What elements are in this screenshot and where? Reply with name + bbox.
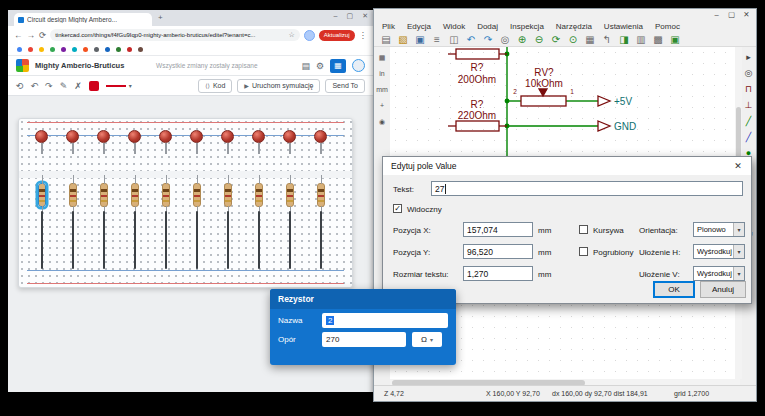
fav-dot[interactable]	[39, 47, 44, 52]
led[interactable]	[97, 130, 110, 143]
unit-select[interactable]: Ω ▾	[412, 332, 442, 347]
fav-dot[interactable]	[105, 47, 110, 52]
breadboard-resistor[interactable]	[38, 183, 46, 207]
component-lead[interactable]	[103, 211, 105, 269]
pos-y-input[interactable]: 96,520	[463, 244, 533, 259]
fav-dot[interactable]	[17, 47, 22, 52]
print-icon[interactable]: ≡	[429, 33, 445, 46]
browser-tab[interactable]: Circuit design Mighty Ambero...	[14, 13, 152, 26]
fav-dot[interactable]	[61, 47, 66, 52]
menu-item-narzędzia[interactable]: Narzędzia	[550, 22, 598, 31]
power-gnd-label[interactable]: GND	[614, 121, 636, 132]
zoom-redraw-icon[interactable]: ⟳	[548, 33, 564, 46]
fav-dot[interactable]	[28, 47, 33, 52]
fav-dot[interactable]	[72, 47, 77, 52]
simulate-button[interactable]: ▶ Uruchom symulację	[237, 79, 320, 93]
component-lead[interactable]	[41, 211, 43, 269]
url-field[interactable]: tinkercad.com/things/f4fGu9Iqp0-mighty-a…	[50, 29, 300, 41]
hidden-pins-icon[interactable]: ◉	[375, 115, 390, 128]
resistor-r2-symbol[interactable]	[448, 121, 507, 131]
minimize-button[interactable]: –	[709, 10, 724, 19]
netlist-icon[interactable]: ▥	[633, 33, 649, 46]
schematic-wires[interactable]	[505, 47, 598, 171]
power-5v-label[interactable]: +5V	[614, 96, 632, 107]
close-button[interactable]: ✕	[362, 12, 368, 20]
component-lead[interactable]	[320, 211, 322, 269]
apps-button[interactable]: ▦	[330, 59, 346, 73]
component-lead[interactable]	[72, 211, 74, 269]
grid-toggle-icon[interactable]: ▦	[375, 51, 390, 64]
cancel-button[interactable]: Anuluj	[700, 281, 746, 298]
save-icon[interactable]: ▣	[412, 33, 428, 46]
led[interactable]	[159, 130, 172, 143]
profile-avatar[interactable]	[304, 30, 315, 41]
undo-icon[interactable]: ↶	[463, 33, 479, 46]
visible-checkbox[interactable]: ✓	[393, 204, 402, 213]
send-to-button[interactable]: Send To	[325, 79, 365, 93]
run-pcbnew-icon[interactable]: ▣	[667, 33, 683, 46]
led[interactable]	[35, 130, 48, 143]
wire-tool-icon[interactable]: ╱	[741, 115, 756, 128]
gallery-icon[interactable]: ▤	[301, 61, 310, 71]
place-power-icon[interactable]: ⊥	[741, 99, 756, 112]
resistor-r1-symbol[interactable]	[448, 49, 507, 59]
r2-reference[interactable]: R?	[471, 99, 484, 110]
zoom-out-icon[interactable]: ⊖	[531, 33, 547, 46]
browser-menu-icon[interactable]: ⋮	[359, 30, 368, 40]
fav-dot[interactable]	[127, 47, 132, 52]
minimize-button[interactable]: –	[334, 12, 338, 20]
ok-button[interactable]: OK	[653, 281, 695, 298]
breadboard-resistor[interactable]	[255, 183, 263, 207]
r1-reference[interactable]: R?	[471, 62, 484, 73]
leave-sheet-icon[interactable]: ↰	[599, 33, 615, 46]
select-tool-icon[interactable]: ▸	[741, 51, 756, 64]
fav-dot[interactable]	[116, 47, 121, 52]
menu-item-plik[interactable]: Plik	[376, 22, 401, 31]
maximize-button[interactable]: ▢	[347, 12, 354, 20]
breadboard-resistor[interactable]	[286, 183, 294, 207]
breadboard-resistor[interactable]	[131, 183, 139, 207]
breadboard-resistor[interactable]	[193, 183, 201, 207]
component-lead[interactable]	[258, 211, 260, 269]
menu-item-widok[interactable]: Widok	[437, 22, 471, 31]
led[interactable]	[190, 130, 203, 143]
led[interactable]	[66, 130, 79, 143]
breadboard-resistor[interactable]	[162, 183, 170, 207]
units-mm-icon[interactable]: mm	[375, 83, 390, 96]
menu-item-inspekcja[interactable]: Inspekcja	[504, 22, 550, 31]
dialog-close-icon[interactable]: ✕	[725, 157, 751, 175]
bold-checkbox[interactable]	[579, 247, 588, 256]
new-schematic-icon[interactable]: ▤	[378, 33, 394, 46]
fav-dot[interactable]	[50, 47, 55, 52]
close-button[interactable]: ✕	[739, 10, 754, 19]
component-lead[interactable]	[134, 211, 136, 269]
place-symbol-icon[interactable]: ⊓	[741, 83, 756, 96]
forward-icon[interactable]: →	[27, 30, 36, 40]
component-lead[interactable]	[289, 211, 291, 269]
rotate-icon[interactable]: ⟲	[16, 81, 24, 91]
tinkercad-logo[interactable]	[16, 59, 29, 72]
led[interactable]	[252, 130, 265, 143]
led[interactable]	[283, 130, 296, 143]
power-gnd-arrow-icon[interactable]	[598, 121, 610, 131]
highlight-net-icon[interactable]: ◎	[741, 67, 756, 80]
orientation-select[interactable]: Pionowo ▾	[693, 222, 745, 237]
color-swatch[interactable]	[89, 81, 99, 91]
resistance-input[interactable]: 270	[322, 332, 406, 347]
user-avatar[interactable]	[352, 59, 365, 72]
bom-icon[interactable]: ▩	[650, 33, 666, 46]
valign-select[interactable]: Wyśrodkuj ▾	[693, 266, 745, 281]
breadboard-resistor[interactable]	[317, 183, 325, 207]
breadboard-resistor[interactable]	[100, 183, 108, 207]
menu-item-edycja[interactable]: Edycja	[401, 22, 437, 31]
text-input[interactable]: 27	[431, 181, 743, 196]
redo-icon[interactable]: ↷	[45, 81, 53, 91]
pos-x-input[interactable]: 157,074	[463, 222, 533, 237]
component-lead[interactable]	[196, 211, 198, 269]
annotate-icon[interactable]: ✎	[60, 81, 68, 91]
code-button[interactable]: ⟨⟩ Kod	[198, 79, 232, 93]
rv-value[interactable]: 10kOhm	[525, 78, 563, 89]
component-lead[interactable]	[165, 211, 167, 269]
fav-dot[interactable]	[94, 47, 99, 52]
delete-icon[interactable]: ✗	[74, 81, 82, 91]
